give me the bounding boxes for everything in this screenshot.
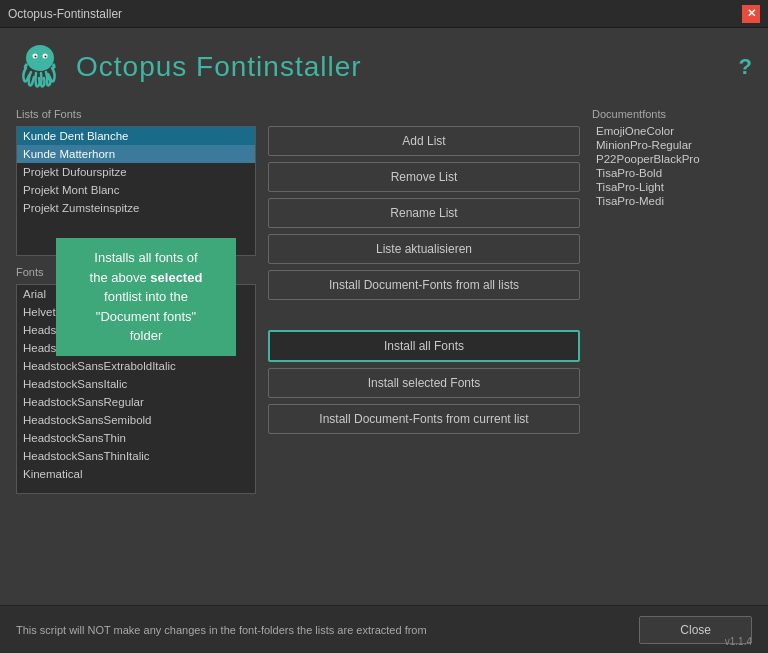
titlebar-title: Octopus-Fontinstaller: [8, 7, 122, 21]
font-list-box[interactable]: Kunde Dent Blanche Kunde Matterhorn Proj…: [16, 126, 256, 256]
list-item[interactable]: Projekt Dufourspitze: [17, 163, 255, 181]
svg-point-3: [35, 56, 37, 58]
list-item[interactable]: Projekt Mont Blanc: [17, 181, 255, 199]
version-text: v1.1.4: [725, 636, 752, 647]
left-panel: Lists of Fonts Kunde Dent Blanche Kunde …: [16, 108, 256, 593]
bottom-bar: This script will NOT make any changes in…: [0, 605, 768, 653]
list-item[interactable]: Kinematical: [17, 465, 255, 483]
main-container: Octopus Fontinstaller ? Lists of Fonts K…: [0, 28, 768, 605]
update-list-button[interactable]: Liste aktualisieren: [268, 234, 580, 264]
close-window-button[interactable]: ✕: [742, 5, 760, 23]
middle-panel: Add List Remove List Rename List Liste a…: [268, 108, 580, 593]
list-item[interactable]: HeadstockSansExtraboldItalic: [17, 357, 255, 375]
titlebar: Octopus-Fontinstaller ✕: [0, 0, 768, 28]
bottom-note: This script will NOT make any changes in…: [16, 624, 427, 636]
tooltip-box: Installs all fonts of the above selected…: [56, 238, 236, 356]
install-all-button[interactable]: Install all Fonts: [268, 330, 580, 362]
list-item[interactable]: Kunde Dent Blanche: [17, 127, 255, 145]
list-item[interactable]: Projekt Zumsteinspitze: [17, 199, 255, 217]
list-item[interactable]: HeadstockSansSemibold: [17, 411, 255, 429]
list-item[interactable]: Kunde Matterhorn: [17, 145, 255, 163]
remove-list-button[interactable]: Remove List: [268, 162, 580, 192]
doc-fonts-label: Documentfonts: [592, 108, 752, 120]
install-doc-current-button[interactable]: Install Document-Fonts from current list: [268, 404, 580, 434]
doc-font-item: MinionPro-Regular: [592, 138, 752, 152]
app-title: Octopus Fontinstaller: [76, 51, 362, 83]
content-area: Lists of Fonts Kunde Dent Blanche Kunde …: [16, 108, 752, 593]
separator: [268, 306, 580, 324]
list-item[interactable]: HeadstockSansThinItalic: [17, 447, 255, 465]
rename-list-button[interactable]: Rename List: [268, 198, 580, 228]
header-left: Octopus Fontinstaller: [16, 40, 362, 94]
list-item[interactable]: HeadstockSansRegular: [17, 393, 255, 411]
lists-label: Lists of Fonts: [16, 108, 256, 120]
doc-font-item: P22PooperBlackPro: [592, 152, 752, 166]
install-selected-button[interactable]: Install selected Fonts: [268, 368, 580, 398]
svg-point-0: [26, 45, 54, 71]
install-doc-all-button[interactable]: Install Document-Fonts from all lists: [268, 270, 580, 300]
doc-font-item: TisaPro-Light: [592, 180, 752, 194]
list-item[interactable]: HeadstockSansItalic: [17, 375, 255, 393]
doc-font-item: TisaPro-Medi: [592, 194, 752, 208]
svg-point-4: [45, 56, 47, 58]
right-panel: Documentfonts EmojiOneColor MinionPro-Re…: [592, 108, 752, 593]
doc-font-item: TisaPro-Bold: [592, 166, 752, 180]
octopus-icon: [16, 40, 64, 94]
doc-font-item: EmojiOneColor: [592, 124, 752, 138]
add-list-button[interactable]: Add List: [268, 126, 580, 156]
list-item[interactable]: HeadstockSansThin: [17, 429, 255, 447]
header: Octopus Fontinstaller ?: [16, 40, 752, 94]
help-button[interactable]: ?: [739, 54, 752, 80]
